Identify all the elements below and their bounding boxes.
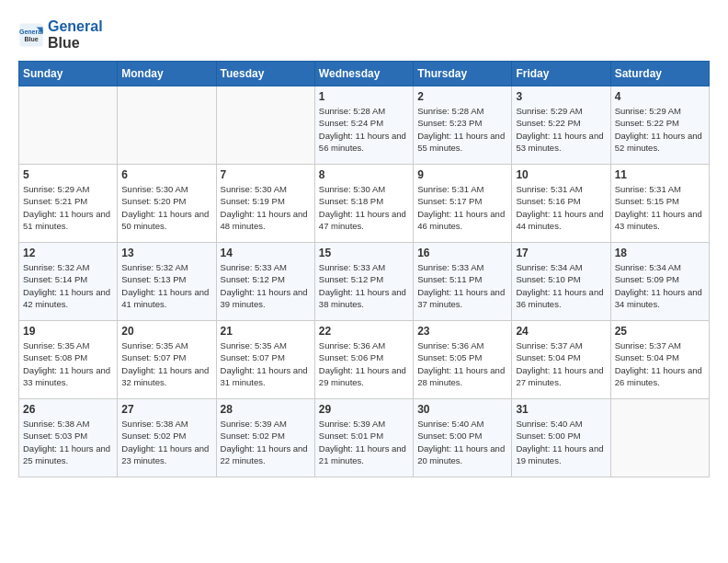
weekday-header-saturday: Saturday [610,62,709,86]
calendar-cell: 30Sunrise: 5:40 AMSunset: 5:00 PMDayligh… [414,399,512,477]
day-number: 8 [319,168,409,181]
day-info: Sunrise: 5:40 AMSunset: 5:00 PMDaylight:… [516,418,606,466]
day-number: 22 [319,325,409,338]
calendar-cell: 14Sunrise: 5:33 AMSunset: 5:12 PMDayligh… [216,243,314,321]
calendar-cell: 10Sunrise: 5:31 AMSunset: 5:16 PMDayligh… [512,165,610,243]
day-info: Sunrise: 5:29 AMSunset: 5:22 PMDaylight:… [516,105,606,154]
day-info: Sunrise: 5:31 AMSunset: 5:17 PMDaylight:… [417,183,507,232]
calendar-cell: 2Sunrise: 5:28 AMSunset: 5:23 PMDaylight… [414,86,512,165]
calendar-cell: 3Sunrise: 5:29 AMSunset: 5:22 PMDaylight… [512,86,610,165]
day-info: Sunrise: 5:36 AMSunset: 5:06 PMDaylight:… [319,339,409,388]
weekday-header-tuesday: Tuesday [216,62,314,86]
day-number: 13 [121,247,211,259]
day-number: 7 [221,168,311,181]
calendar-cell: 25Sunrise: 5:37 AMSunset: 5:04 PMDayligh… [610,321,709,399]
week-row-2: 5Sunrise: 5:29 AMSunset: 5:21 PMDaylight… [19,165,710,243]
week-row-5: 26Sunrise: 5:38 AMSunset: 5:03 PMDayligh… [19,399,710,477]
day-number: 2 [417,90,507,103]
day-number: 19 [23,325,113,338]
day-number: 1 [319,90,409,103]
calendar-cell: 28Sunrise: 5:39 AMSunset: 5:02 PMDayligh… [216,399,314,477]
day-info: Sunrise: 5:29 AMSunset: 5:21 PMDaylight:… [23,183,113,232]
calendar-cell: 16Sunrise: 5:33 AMSunset: 5:11 PMDayligh… [414,243,512,321]
day-info: Sunrise: 5:39 AMSunset: 5:01 PMDaylight:… [319,418,409,466]
week-row-1: 1Sunrise: 5:28 AMSunset: 5:24 PMDaylight… [19,86,710,165]
day-info: Sunrise: 5:28 AMSunset: 5:24 PMDaylight:… [319,105,409,154]
calendar-cell: 24Sunrise: 5:37 AMSunset: 5:04 PMDayligh… [512,321,610,399]
day-number: 14 [221,247,311,259]
calendar-cell: 11Sunrise: 5:31 AMSunset: 5:15 PMDayligh… [610,165,709,243]
day-number: 25 [615,325,705,338]
day-number: 21 [221,325,311,338]
day-number: 12 [23,247,113,259]
day-number: 20 [121,325,211,338]
calendar-cell: 9Sunrise: 5:31 AMSunset: 5:17 PMDaylight… [414,165,512,243]
day-info: Sunrise: 5:40 AMSunset: 5:00 PMDaylight:… [417,418,507,466]
day-info: Sunrise: 5:35 AMSunset: 5:08 PMDaylight:… [23,339,113,388]
day-info: Sunrise: 5:35 AMSunset: 5:07 PMDaylight:… [221,339,311,388]
calendar-table: SundayMondayTuesdayWednesdayThursdayFrid… [18,61,710,477]
day-info: Sunrise: 5:33 AMSunset: 5:12 PMDaylight:… [221,261,311,310]
calendar-cell [610,399,709,477]
day-info: Sunrise: 5:35 AMSunset: 5:07 PMDaylight:… [121,339,211,388]
svg-rect-0 [19,23,42,46]
day-number: 3 [516,90,606,103]
calendar-cell: 18Sunrise: 5:34 AMSunset: 5:09 PMDayligh… [610,243,709,321]
day-number: 4 [615,90,705,103]
calendar-cell: 19Sunrise: 5:35 AMSunset: 5:08 PMDayligh… [19,321,118,399]
weekday-header-monday: Monday [118,62,216,86]
calendar-cell [216,86,314,165]
calendar-cell: 17Sunrise: 5:34 AMSunset: 5:10 PMDayligh… [512,243,610,321]
day-number: 26 [23,403,113,416]
calendar-cell: 29Sunrise: 5:39 AMSunset: 5:01 PMDayligh… [314,399,413,477]
page-header: General Blue General Blue [18,18,710,52]
calendar-cell: 27Sunrise: 5:38 AMSunset: 5:02 PMDayligh… [118,399,216,477]
logo-icon: General Blue [18,22,44,48]
day-info: Sunrise: 5:37 AMSunset: 5:04 PMDaylight:… [615,339,705,388]
weekday-header-wednesday: Wednesday [314,62,413,86]
day-info: Sunrise: 5:32 AMSunset: 5:14 PMDaylight:… [23,261,113,310]
calendar-cell: 13Sunrise: 5:32 AMSunset: 5:13 PMDayligh… [118,243,216,321]
day-info: Sunrise: 5:36 AMSunset: 5:05 PMDaylight:… [417,339,507,388]
svg-text:Blue: Blue [24,36,38,42]
day-number: 30 [417,403,507,416]
calendar-cell: 7Sunrise: 5:30 AMSunset: 5:19 PMDaylight… [216,165,314,243]
calendar-cell: 31Sunrise: 5:40 AMSunset: 5:00 PMDayligh… [512,399,610,477]
weekday-header-row: SundayMondayTuesdayWednesdayThursdayFrid… [19,62,710,86]
day-info: Sunrise: 5:31 AMSunset: 5:16 PMDaylight:… [516,183,606,232]
calendar-cell: 23Sunrise: 5:36 AMSunset: 5:05 PMDayligh… [414,321,512,399]
day-info: Sunrise: 5:30 AMSunset: 5:18 PMDaylight:… [319,183,409,232]
calendar-cell: 1Sunrise: 5:28 AMSunset: 5:24 PMDaylight… [314,86,413,165]
day-number: 18 [615,247,705,259]
calendar-cell: 8Sunrise: 5:30 AMSunset: 5:18 PMDaylight… [314,165,413,243]
week-row-4: 19Sunrise: 5:35 AMSunset: 5:08 PMDayligh… [19,321,710,399]
day-number: 17 [516,247,606,259]
day-number: 28 [221,403,311,416]
calendar-cell: 20Sunrise: 5:35 AMSunset: 5:07 PMDayligh… [118,321,216,399]
calendar-cell: 21Sunrise: 5:35 AMSunset: 5:07 PMDayligh… [216,321,314,399]
day-number: 27 [121,403,211,416]
day-number: 9 [417,168,507,181]
day-number: 6 [121,168,211,181]
week-row-3: 12Sunrise: 5:32 AMSunset: 5:14 PMDayligh… [19,243,710,321]
logo-text: General Blue [48,18,103,52]
day-info: Sunrise: 5:38 AMSunset: 5:02 PMDaylight:… [121,418,211,466]
day-info: Sunrise: 5:29 AMSunset: 5:22 PMDaylight:… [615,105,705,154]
day-info: Sunrise: 5:38 AMSunset: 5:03 PMDaylight:… [23,418,113,466]
calendar-cell: 6Sunrise: 5:30 AMSunset: 5:20 PMDaylight… [118,165,216,243]
weekday-header-friday: Friday [512,62,610,86]
weekday-header-sunday: Sunday [19,62,118,86]
calendar-cell: 15Sunrise: 5:33 AMSunset: 5:12 PMDayligh… [314,243,413,321]
day-number: 31 [516,403,606,416]
calendar-cell: 26Sunrise: 5:38 AMSunset: 5:03 PMDayligh… [19,399,118,477]
day-number: 29 [319,403,409,416]
day-info: Sunrise: 5:34 AMSunset: 5:10 PMDaylight:… [516,261,606,310]
calendar-cell: 22Sunrise: 5:36 AMSunset: 5:06 PMDayligh… [314,321,413,399]
day-number: 24 [516,325,606,338]
day-number: 10 [516,168,606,181]
day-info: Sunrise: 5:33 AMSunset: 5:12 PMDaylight:… [319,261,409,310]
logo: General Blue General Blue [18,18,103,52]
day-info: Sunrise: 5:31 AMSunset: 5:15 PMDaylight:… [615,183,705,232]
calendar-cell [19,86,118,165]
day-info: Sunrise: 5:28 AMSunset: 5:23 PMDaylight:… [417,105,507,154]
